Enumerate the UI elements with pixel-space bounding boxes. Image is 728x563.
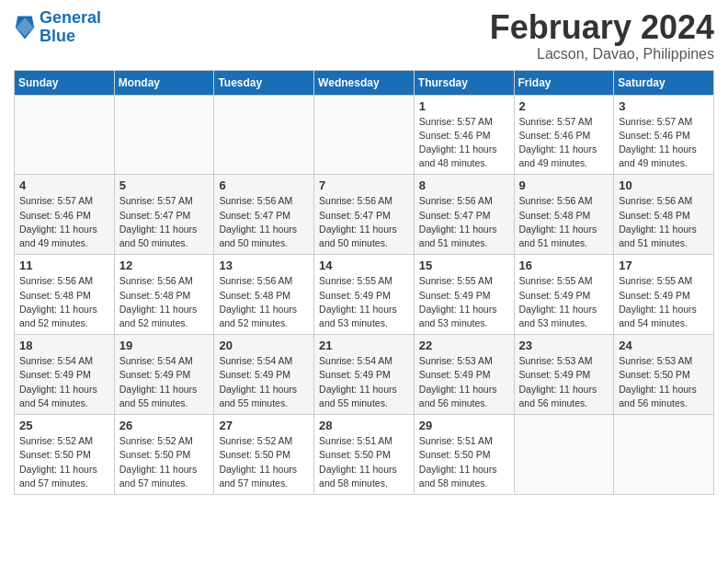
day-cell: 5Sunrise: 5:57 AMSunset: 5:47 PMDaylight…: [114, 175, 214, 255]
day-cell: 12Sunrise: 5:56 AMSunset: 5:48 PMDayligh…: [114, 255, 214, 335]
day-number: 11: [19, 259, 109, 272]
header-cell-tuesday: Tuesday: [214, 70, 314, 95]
day-number: 3: [619, 99, 709, 113]
title-area: February 2024 Lacson, Davao, Philippines: [490, 9, 714, 63]
day-info: Sunrise: 5:53 AMSunset: 5:49 PMDaylight:…: [519, 354, 609, 410]
calendar-table: SundayMondayTuesdayWednesdayThursdayFrid…: [14, 70, 714, 495]
day-number: 19: [119, 339, 210, 352]
day-cell: [214, 95, 314, 175]
location-title: Lacson, Davao, Philippines: [490, 46, 714, 63]
day-info: Sunrise: 5:56 AMSunset: 5:48 PMDaylight:…: [619, 194, 709, 250]
day-info: Sunrise: 5:57 AMSunset: 5:46 PMDaylight:…: [619, 115, 709, 171]
day-number: 9: [519, 178, 609, 192]
day-cell: 24Sunrise: 5:53 AMSunset: 5:50 PMDayligh…: [614, 335, 714, 415]
day-info: Sunrise: 5:55 AMSunset: 5:49 PMDaylight:…: [419, 274, 509, 330]
day-cell: 26Sunrise: 5:52 AMSunset: 5:50 PMDayligh…: [114, 415, 214, 495]
day-info: Sunrise: 5:57 AMSunset: 5:46 PMDaylight:…: [419, 115, 509, 171]
day-info: Sunrise: 5:51 AMSunset: 5:50 PMDaylight:…: [419, 434, 509, 490]
header-row: SundayMondayTuesdayWednesdayThursdayFrid…: [15, 70, 714, 95]
day-info: Sunrise: 5:56 AMSunset: 5:48 PMDaylight:…: [19, 274, 109, 330]
month-title: February 2024: [490, 9, 714, 46]
week-row-2: 11Sunrise: 5:56 AMSunset: 5:48 PMDayligh…: [15, 255, 714, 335]
day-info: Sunrise: 5:56 AMSunset: 5:48 PMDaylight:…: [119, 274, 210, 330]
day-info: Sunrise: 5:54 AMSunset: 5:49 PMDaylight:…: [219, 354, 309, 410]
week-row-4: 25Sunrise: 5:52 AMSunset: 5:50 PMDayligh…: [15, 415, 714, 495]
week-row-1: 4Sunrise: 5:57 AMSunset: 5:46 PMDaylight…: [15, 175, 714, 255]
day-number: 14: [319, 259, 409, 272]
day-cell: 14Sunrise: 5:55 AMSunset: 5:49 PMDayligh…: [314, 255, 415, 335]
header-cell-wednesday: Wednesday: [314, 70, 415, 95]
header-cell-friday: Friday: [514, 70, 614, 95]
day-info: Sunrise: 5:55 AMSunset: 5:49 PMDaylight:…: [619, 274, 709, 330]
day-info: Sunrise: 5:54 AMSunset: 5:49 PMDaylight:…: [119, 354, 210, 410]
day-cell: 2Sunrise: 5:57 AMSunset: 5:46 PMDaylight…: [514, 95, 614, 175]
day-info: Sunrise: 5:56 AMSunset: 5:48 PMDaylight:…: [219, 274, 309, 330]
day-cell: 6Sunrise: 5:56 AMSunset: 5:47 PMDaylight…: [214, 175, 314, 255]
day-info: Sunrise: 5:57 AMSunset: 5:46 PMDaylight:…: [519, 115, 609, 171]
day-cell: 9Sunrise: 5:56 AMSunset: 5:48 PMDaylight…: [514, 175, 614, 255]
day-cell: 7Sunrise: 5:56 AMSunset: 5:47 PMDaylight…: [314, 175, 415, 255]
day-cell: 13Sunrise: 5:56 AMSunset: 5:48 PMDayligh…: [214, 255, 314, 335]
day-info: Sunrise: 5:52 AMSunset: 5:50 PMDaylight:…: [219, 434, 309, 490]
day-cell: 1Sunrise: 5:57 AMSunset: 5:46 PMDaylight…: [414, 95, 514, 175]
day-number: 20: [219, 339, 309, 352]
day-cell: 22Sunrise: 5:53 AMSunset: 5:49 PMDayligh…: [414, 335, 514, 415]
day-number: 5: [119, 178, 210, 192]
day-info: Sunrise: 5:51 AMSunset: 5:50 PMDaylight:…: [319, 434, 409, 490]
day-cell: [314, 95, 415, 175]
header-cell-thursday: Thursday: [414, 70, 514, 95]
day-info: Sunrise: 5:52 AMSunset: 5:50 PMDaylight:…: [119, 434, 210, 490]
day-info: Sunrise: 5:53 AMSunset: 5:49 PMDaylight:…: [419, 354, 509, 410]
day-number: 17: [619, 259, 709, 272]
day-number: 7: [319, 178, 409, 192]
logo-text: General Blue: [40, 9, 101, 46]
day-number: 29: [419, 419, 509, 432]
day-number: 25: [19, 419, 109, 432]
day-number: 18: [19, 339, 109, 352]
day-cell: 4Sunrise: 5:57 AMSunset: 5:46 PMDaylight…: [15, 175, 115, 255]
day-info: Sunrise: 5:54 AMSunset: 5:49 PMDaylight:…: [319, 354, 409, 410]
day-cell: 25Sunrise: 5:52 AMSunset: 5:50 PMDayligh…: [15, 415, 115, 495]
logo-line1: General: [40, 8, 101, 27]
day-cell: 29Sunrise: 5:51 AMSunset: 5:50 PMDayligh…: [414, 415, 514, 495]
day-info: Sunrise: 5:56 AMSunset: 5:47 PMDaylight:…: [419, 194, 509, 250]
day-cell: 10Sunrise: 5:56 AMSunset: 5:48 PMDayligh…: [614, 175, 714, 255]
day-info: Sunrise: 5:53 AMSunset: 5:50 PMDaylight:…: [619, 354, 709, 410]
day-info: Sunrise: 5:56 AMSunset: 5:48 PMDaylight:…: [519, 194, 609, 250]
day-number: 15: [419, 259, 509, 272]
day-number: 10: [619, 178, 709, 192]
day-number: 8: [419, 178, 509, 192]
day-cell: [514, 415, 614, 495]
day-number: 1: [419, 99, 509, 113]
day-cell: 27Sunrise: 5:52 AMSunset: 5:50 PMDayligh…: [214, 415, 314, 495]
day-number: 27: [219, 419, 309, 432]
calendar-body: 1Sunrise: 5:57 AMSunset: 5:46 PMDaylight…: [15, 95, 714, 494]
week-row-3: 18Sunrise: 5:54 AMSunset: 5:49 PMDayligh…: [15, 335, 714, 415]
day-info: Sunrise: 5:56 AMSunset: 5:47 PMDaylight:…: [319, 194, 409, 250]
page-header: General Blue February 2024 Lacson, Davao…: [14, 9, 714, 63]
day-cell: 17Sunrise: 5:55 AMSunset: 5:49 PMDayligh…: [614, 255, 714, 335]
day-number: 26: [119, 419, 210, 432]
logo-line2: Blue: [40, 27, 75, 45]
day-number: 24: [619, 339, 709, 352]
day-cell: 3Sunrise: 5:57 AMSunset: 5:46 PMDaylight…: [614, 95, 714, 175]
day-cell: 19Sunrise: 5:54 AMSunset: 5:49 PMDayligh…: [114, 335, 214, 415]
header-cell-monday: Monday: [114, 70, 214, 95]
day-info: Sunrise: 5:56 AMSunset: 5:47 PMDaylight:…: [219, 194, 309, 250]
day-number: 12: [119, 259, 210, 272]
day-info: Sunrise: 5:55 AMSunset: 5:49 PMDaylight:…: [519, 274, 609, 330]
day-info: Sunrise: 5:52 AMSunset: 5:50 PMDaylight:…: [19, 434, 109, 490]
day-cell: 16Sunrise: 5:55 AMSunset: 5:49 PMDayligh…: [514, 255, 614, 335]
day-number: 4: [19, 178, 109, 192]
header-cell-saturday: Saturday: [614, 70, 714, 95]
day-cell: [614, 415, 714, 495]
day-number: 28: [319, 419, 409, 432]
day-number: 23: [519, 339, 609, 352]
day-cell: 20Sunrise: 5:54 AMSunset: 5:49 PMDayligh…: [214, 335, 314, 415]
day-info: Sunrise: 5:55 AMSunset: 5:49 PMDaylight:…: [319, 274, 409, 330]
day-cell: 18Sunrise: 5:54 AMSunset: 5:49 PMDayligh…: [15, 335, 115, 415]
day-number: 13: [219, 259, 309, 272]
day-cell: [15, 95, 115, 175]
day-info: Sunrise: 5:54 AMSunset: 5:49 PMDaylight:…: [19, 354, 109, 410]
day-number: 22: [419, 339, 509, 352]
